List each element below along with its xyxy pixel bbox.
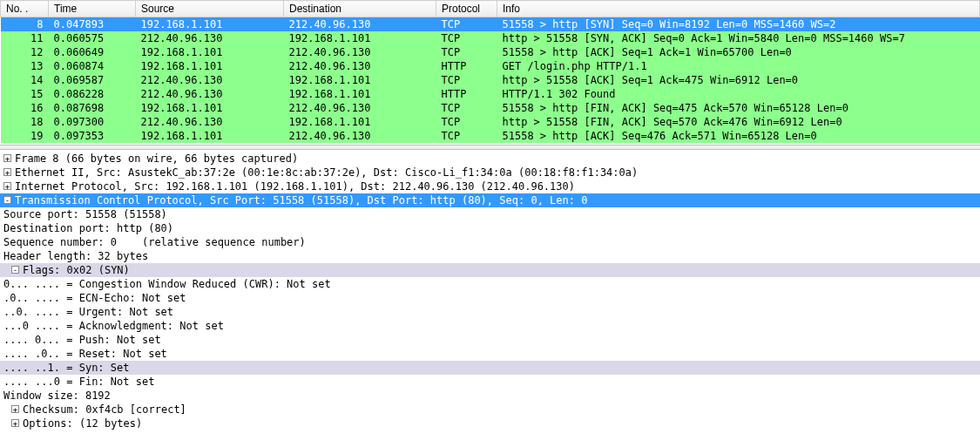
detail-srcport[interactable]: Source port: 51558 (51558): [0, 207, 980, 221]
cell-protocol: HTTP: [436, 87, 497, 101]
table-row[interactable]: 160.087698192.168.1.101212.40.96.130TCP5…: [1, 101, 980, 115]
table-row[interactable]: 130.060874192.168.1.101212.40.96.130HTTP…: [1, 59, 980, 73]
cell-time: 0.087698: [49, 101, 136, 115]
detail-checksum[interactable]: +Checksum: 0xf4cb [correct]: [0, 403, 980, 417]
cell-info: 51558 > http [FIN, ACK] Seq=475 Ack=570 …: [497, 101, 980, 115]
cell-protocol: TCP: [436, 129, 497, 143]
detail-flag-ack[interactable]: ...0 .... = Acknowledgment: Not set: [0, 319, 980, 333]
cell-source: 212.40.96.130: [136, 115, 284, 129]
pane-splitter[interactable]: [0, 145, 980, 150]
cell-no: 15: [1, 87, 49, 101]
detail-flag-syn[interactable]: .... ..1. = Syn: Set: [0, 361, 980, 375]
cell-no: 16: [1, 101, 49, 115]
cell-no: 19: [1, 129, 49, 143]
cell-info: 51558 > http [ACK] Seq=1 Ack=1 Win=65700…: [497, 45, 980, 59]
cell-time: 0.060649: [49, 45, 136, 59]
cell-time: 0.097353: [49, 129, 136, 143]
cell-destination: 212.40.96.130: [284, 129, 436, 143]
cell-time: 0.097300: [49, 115, 136, 129]
detail-frame[interactable]: +Frame 8 (66 bytes on wire, 66 bytes cap…: [0, 152, 980, 166]
cell-protocol: TCP: [436, 17, 497, 32]
cell-no: 12: [1, 45, 49, 59]
cell-no: 18: [1, 115, 49, 129]
col-header-destination[interactable]: Destination: [284, 1, 436, 17]
cell-destination: 192.168.1.101: [284, 87, 436, 101]
col-header-no[interactable]: No. .: [1, 1, 49, 17]
cell-time: 0.069587: [49, 73, 136, 87]
cell-no: 8: [1, 17, 49, 32]
cell-source: 192.168.1.101: [136, 129, 284, 143]
cell-info: HTTP/1.1 302 Found: [497, 87, 980, 101]
detail-flag-psh[interactable]: .... 0... = Push: Not set: [0, 333, 980, 347]
cell-destination: 192.168.1.101: [284, 31, 436, 45]
detail-flag-rst[interactable]: .... .0.. = Reset: Not set: [0, 347, 980, 361]
detail-ip[interactable]: +Internet Protocol, Src: 192.168.1.101 (…: [0, 179, 980, 193]
table-row[interactable]: 190.097353192.168.1.101212.40.96.130TCP5…: [1, 129, 980, 143]
cell-no: 11: [1, 31, 49, 45]
table-row[interactable]: 80.047893192.168.1.101212.40.96.130TCP51…: [1, 17, 980, 32]
detail-winsize[interactable]: Window size: 8192: [0, 389, 980, 403]
cell-no: 13: [1, 59, 49, 73]
packet-list-table[interactable]: No. . Time Source Destination Protocol I…: [0, 0, 980, 143]
detail-flags[interactable]: -Flags: 0x02 (SYN): [0, 263, 980, 277]
col-header-protocol[interactable]: Protocol: [436, 1, 497, 17]
table-row[interactable]: 150.086228212.40.96.130192.168.1.101HTTP…: [1, 87, 980, 101]
cell-info: 51558 > http [SYN] Seq=0 Win=8192 Len=0 …: [497, 17, 980, 32]
detail-hlen[interactable]: Header length: 32 bytes: [0, 249, 980, 263]
collapse-icon[interactable]: -: [11, 266, 19, 274]
cell-protocol: TCP: [436, 115, 497, 129]
detail-flag-urg[interactable]: ..0. .... = Urgent: Not set: [0, 305, 980, 319]
cell-protocol: TCP: [436, 45, 497, 59]
detail-dstport[interactable]: Destination port: http (80): [0, 221, 980, 235]
cell-source: 192.168.1.101: [136, 101, 284, 115]
cell-protocol: TCP: [436, 73, 497, 87]
expand-icon[interactable]: +: [3, 154, 11, 162]
col-header-info[interactable]: Info: [497, 1, 980, 17]
cell-destination: 192.168.1.101: [284, 73, 436, 87]
cell-source: 212.40.96.130: [136, 31, 284, 45]
expand-icon[interactable]: +: [11, 419, 19, 427]
expand-icon[interactable]: +: [3, 182, 11, 190]
cell-info: http > 51558 [ACK] Seq=1 Ack=475 Win=691…: [497, 73, 980, 87]
cell-destination: 212.40.96.130: [284, 59, 436, 73]
cell-source: 192.168.1.101: [136, 45, 284, 59]
expand-icon[interactable]: +: [3, 168, 11, 176]
table-row[interactable]: 120.060649192.168.1.101212.40.96.130TCP5…: [1, 45, 980, 59]
cell-info: http > 51558 [SYN, ACK] Seq=0 Ack=1 Win=…: [497, 31, 980, 45]
expand-icon[interactable]: +: [11, 405, 19, 413]
cell-destination: 212.40.96.130: [284, 101, 436, 115]
cell-time: 0.060874: [49, 59, 136, 73]
cell-destination: 212.40.96.130: [284, 45, 436, 59]
detail-flag-fin[interactable]: .... ...0 = Fin: Not set: [0, 375, 980, 389]
table-row[interactable]: 140.069587212.40.96.130192.168.1.101TCPh…: [1, 73, 980, 87]
table-row[interactable]: 110.060575212.40.96.130192.168.1.101TCPh…: [1, 31, 980, 45]
detail-options[interactable]: +Options: (12 bytes): [0, 417, 980, 430]
detail-ethernet[interactable]: +Ethernet II, Src: AsustekC_ab:37:2e (00…: [0, 166, 980, 179]
cell-source: 212.40.96.130: [136, 73, 284, 87]
packet-details-pane[interactable]: +Frame 8 (66 bytes on wire, 66 bytes cap…: [0, 152, 980, 430]
cell-source: 212.40.96.130: [136, 87, 284, 101]
cell-source: 192.168.1.101: [136, 59, 284, 73]
collapse-icon[interactable]: -: [3, 196, 11, 204]
cell-time: 0.060575: [49, 31, 136, 45]
column-header-row[interactable]: No. . Time Source Destination Protocol I…: [1, 1, 980, 17]
col-header-time[interactable]: Time: [49, 1, 136, 17]
detail-flag-ecn[interactable]: .0.. .... = ECN-Echo: Not set: [0, 291, 980, 305]
col-header-source[interactable]: Source: [136, 1, 284, 17]
cell-destination: 212.40.96.130: [284, 17, 436, 32]
cell-protocol: TCP: [436, 31, 497, 45]
cell-time: 0.047893: [49, 17, 136, 32]
cell-info: GET /login.php HTTP/1.1: [497, 59, 980, 73]
detail-seq[interactable]: Sequence number: 0 (relative sequence nu…: [0, 235, 980, 249]
cell-source: 192.168.1.101: [136, 17, 284, 32]
cell-destination: 192.168.1.101: [284, 115, 436, 129]
cell-time: 0.086228: [49, 87, 136, 101]
cell-protocol: TCP: [436, 101, 497, 115]
cell-protocol: HTTP: [436, 59, 497, 73]
cell-info: http > 51558 [FIN, ACK] Seq=570 Ack=476 …: [497, 115, 980, 129]
cell-no: 14: [1, 73, 49, 87]
detail-tcp[interactable]: -Transmission Control Protocol, Src Port…: [0, 193, 980, 207]
table-row[interactable]: 180.097300212.40.96.130192.168.1.101TCPh…: [1, 115, 980, 129]
cell-info: 51558 > http [ACK] Seq=476 Ack=571 Win=6…: [497, 129, 980, 143]
detail-flag-cwr[interactable]: 0... .... = Congestion Window Reduced (C…: [0, 277, 980, 291]
